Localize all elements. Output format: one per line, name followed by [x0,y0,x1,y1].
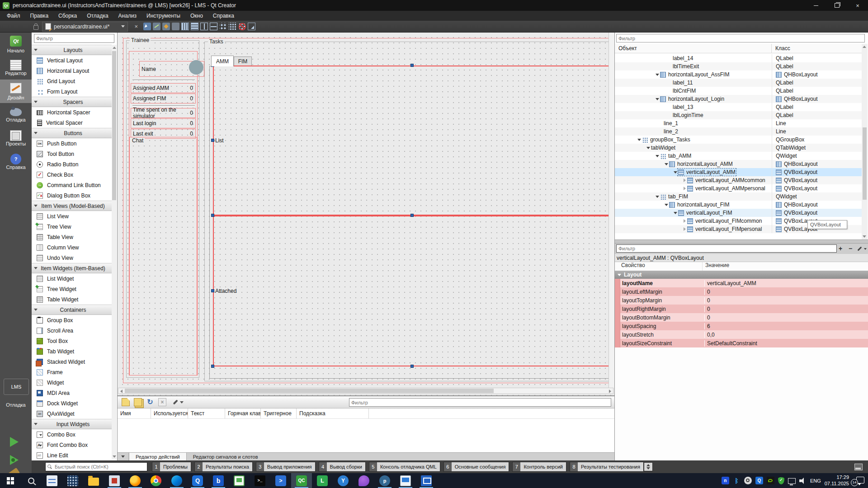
layout-form-icon[interactable] [219,23,227,30]
tree-item[interactable]: tab_FIM [660,193,688,200]
menu-item-3[interactable]: Отладка [82,11,113,21]
menu-item-6[interactable]: Окно [185,11,208,21]
widget-item[interactable]: Vertical Layout [32,55,112,66]
property-value[interactable]: 0 [704,314,868,321]
action-column-header[interactable]: Имя [118,408,151,418]
tree-item[interactable]: verticalLayout_AMM [678,169,736,175]
chevron-down-icon[interactable] [656,98,659,100]
property-value[interactable]: 0 [704,289,868,295]
property-name[interactable]: layoutSpacing [620,323,704,329]
widget-item[interactable]: Horizontal Spacer [32,107,112,117]
object-tree-row[interactable]: horizontalLayout_LoginQHBoxLayout [615,95,862,103]
close-document-icon[interactable]: × [134,23,138,30]
tray-n-icon[interactable]: n [722,477,729,484]
tab-amm[interactable]: AMM [211,56,234,66]
language-indicator[interactable]: ENG [810,478,821,483]
taskbar-app-q[interactable]: Q [187,473,208,488]
property-filter-input[interactable] [616,244,837,253]
menu-item-5[interactable]: Инструменты [142,11,185,21]
layout-split-horizontal-icon[interactable] [200,23,208,30]
property-value[interactable]: 0,0 [704,332,868,338]
output-pane-button[interactable]: 8Результаты тестирования [570,462,644,472]
widgetbox-section-header[interactable]: Layouts [32,45,112,55]
document-selector[interactable]: personalcardtrainee.ui* [42,22,128,32]
widget-item[interactable]: →Command Link Button [32,180,112,190]
chevron-down-icon[interactable] [674,212,677,214]
mode-design[interactable]: Дизайн [0,80,32,103]
mode-edit[interactable]: Редактор [0,56,32,80]
selected-layout-rect[interactable]: List [213,66,612,216]
tree-item[interactable]: lblLoginTime [673,112,703,118]
object-tree-row[interactable]: label_14QLabel [615,54,862,62]
tray-shield-icon[interactable] [778,477,784,484]
tree-item[interactable]: line_2 [664,128,678,135]
widget-item[interactable]: Scroll Area [32,325,112,336]
widgetbox-section-header[interactable]: Item Views (Model-Based) [32,201,112,211]
scrollbar-thumb[interactable] [112,51,116,200]
property-name[interactable]: layoutSizeConstraint [620,340,704,347]
menu-item-4[interactable]: Анализ [113,11,142,21]
tray-net-icon[interactable] [788,478,796,484]
taskbar-app-start[interactable] [0,473,21,488]
edit-widgets-icon[interactable] [143,23,151,30]
chevron-down-icon[interactable] [665,163,668,165]
scroll-down-icon[interactable] [863,235,866,238]
tree-item[interactable]: verticalLayout_AMMpersonal [687,185,765,192]
selection-handle[interactable] [410,214,414,217]
widgetbox-section-header[interactable]: Item Widgets (Item-Based) [32,263,112,273]
tree-item[interactable]: lblCntFIM [673,88,696,94]
selection-handle[interactable] [211,365,214,368]
widget-item[interactable]: Table Widget [32,294,112,305]
stat-row[interactable]: Assigned FIM0 [131,94,196,103]
chevron-down-icon[interactable] [646,147,650,149]
widget-item[interactable]: Widget [32,377,112,388]
widget-item[interactable]: Frame [32,367,112,377]
chevron-down-icon[interactable] [118,453,129,460]
widget-item[interactable]: Column View [32,242,112,253]
property-section-layout[interactable]: Layout [615,271,868,279]
close-button[interactable]: × [847,0,868,11]
stat-row[interactable]: Last login0 [131,118,196,128]
add-property-icon[interactable]: + [836,245,845,252]
tree-item[interactable]: lblTimeExit [673,63,699,70]
action-column-header[interactable]: Текст [188,408,225,418]
mode-projects[interactable]: Проекты [0,127,32,150]
column-object[interactable]: Объект [615,44,772,53]
property-value[interactable]: 0 [704,306,868,312]
chevron-down-icon[interactable] [637,139,641,141]
object-tree-row[interactable]: tab_AMMQWidget [615,152,862,160]
chevron-down-icon[interactable] [674,171,677,174]
widget-item[interactable]: Group Box [32,315,112,325]
form-horizontal-scrollbar[interactable] [118,388,613,394]
tree-item[interactable]: verticalLayout_FIMpersonal [687,226,762,232]
column-class[interactable]: Класс [772,44,862,53]
property-row[interactable]: layoutSizeConstraintSetDefaultConstraint [615,339,868,347]
layout-vertical-icon[interactable] [191,23,198,30]
taskbar-app-fork[interactable]: Y [333,473,354,488]
taskbar-app-calc[interactable] [62,473,83,488]
action-column-header[interactable]: Горячая клавиш [225,408,261,418]
object-tree-row[interactable]: verticalLayout_AMMpersonalQVBoxLayout [615,184,862,192]
object-tree-row[interactable]: lblCntFIMQLabel [615,87,862,95]
avatar-circle[interactable] [189,60,203,75]
lock-icon[interactable] [33,25,38,30]
output-pane-button[interactable]: 3Вывод приложения [256,462,316,472]
configure-action-icon[interactable]: ↻ [146,398,154,406]
bottom-tab-1[interactable]: Редактор сигналов и слотов [187,453,264,460]
widget-item[interactable]: Form Layout [32,86,112,97]
layout-grid-icon[interactable] [229,23,236,30]
widgetbox-section-header[interactable]: Containers [32,305,112,315]
object-tree-row[interactable]: verticalLayout_FIMQVBoxLayout [615,209,862,217]
layout-content-label[interactable]: List [214,137,224,144]
widget-item[interactable]: Tree Widget [32,284,112,294]
panel-splitter[interactable] [615,239,868,244]
selection-handle[interactable] [211,139,214,142]
property-row[interactable]: layoutLeftMargin0 [615,287,868,296]
taskbar-app-purple[interactable] [354,473,374,488]
output-pane-button[interactable]: 7Контроль версий [512,462,566,472]
tray-q-icon[interactable]: Q [755,477,763,484]
taskbar-app-window[interactable] [416,473,437,488]
chevron-right-icon[interactable] [684,178,686,182]
mode-help[interactable]: ?Справка [0,150,32,174]
taskbar-app-search[interactable] [21,473,42,488]
